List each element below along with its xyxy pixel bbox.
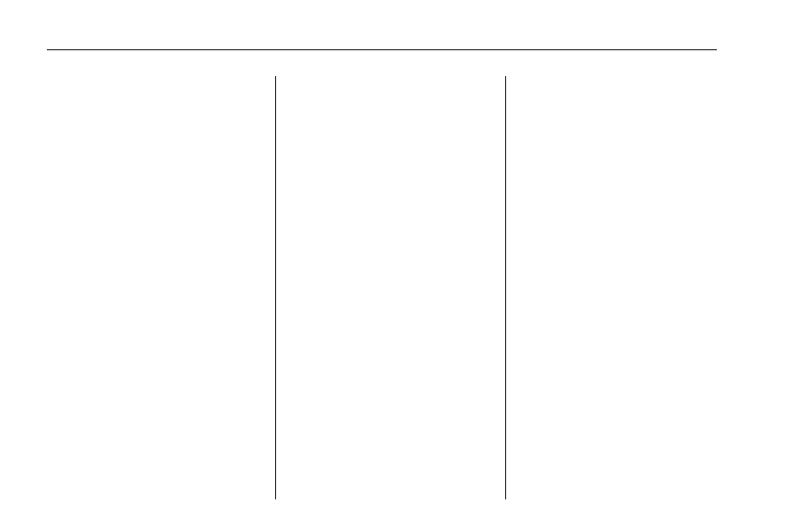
column-divider-1 [275,76,276,499]
horizontal-rule [47,49,717,50]
column-divider-2 [505,76,506,499]
